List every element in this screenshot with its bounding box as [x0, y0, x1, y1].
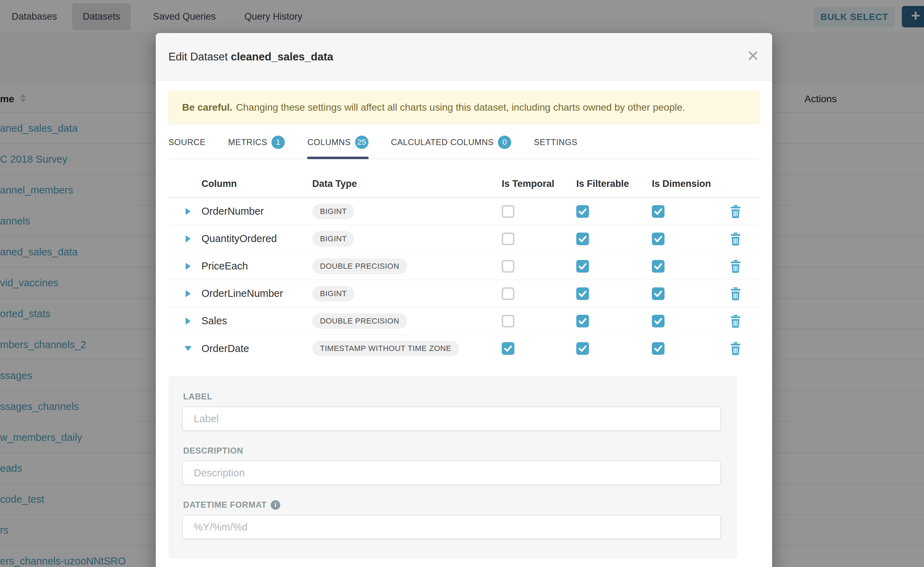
edit-dataset-modal: Edit Dataset cleaned_sales_data × Be car… [156, 33, 772, 567]
checkbox-is-filterable[interactable] [576, 315, 589, 327]
field-label: DATETIME FORMATi [183, 500, 721, 510]
tab-source[interactable]: SOURCE [169, 130, 206, 159]
tab-label: CALCULATED COLUMNS [391, 137, 494, 147]
checkbox-is-dimension[interactable] [652, 342, 665, 355]
checkbox-is-temporal[interactable] [502, 232, 515, 245]
checkbox-is-filterable[interactable] [576, 260, 589, 273]
modal-title-prefix: Edit Dataset [169, 51, 231, 63]
checkbox-is-temporal[interactable] [502, 315, 515, 327]
header-data-type: Data Type [312, 178, 502, 189]
field-label: LABEL [183, 392, 721, 402]
header-is-dimension: Is Dimension [652, 178, 724, 189]
column-name: QuantityOrdered [202, 233, 312, 244]
column-name: OrderDate [202, 343, 312, 354]
app: DatabasesDatasetsSaved QueriesQuery Hist… [0, 0, 924, 567]
table-row: OrderLineNumberBIGINT [169, 280, 760, 308]
data-type-pill: BIGINT [312, 204, 354, 219]
tab-label: SETTINGS [534, 137, 577, 147]
modal-header: Edit Dataset cleaned_sales_data × [156, 33, 772, 81]
table-row: PriceEachDOUBLE PRECISION [169, 253, 760, 280]
checkbox-is-dimension[interactable] [652, 232, 665, 245]
delete-column-button[interactable] [724, 260, 742, 273]
field-label-text: DATETIME FORMAT [183, 500, 266, 510]
field-datetime-format: DATETIME FORMATi [182, 500, 721, 539]
field-label-text: DESCRIPTION [183, 446, 243, 456]
column-name: OrderNumber [202, 206, 312, 217]
table-row: OrderNumberBIGINT [169, 198, 760, 225]
delete-column-button[interactable] [724, 287, 742, 300]
trash-icon [729, 350, 742, 356]
expand-caret-icon[interactable] [186, 318, 191, 325]
collapse-caret-icon[interactable] [185, 346, 192, 351]
header-is-temporal: Is Temporal [502, 178, 576, 189]
trash-icon [729, 213, 742, 219]
modal-body: Be careful. Changing these settings will… [156, 91, 772, 559]
checkbox-is-dimension[interactable] [652, 260, 665, 273]
delete-column-button[interactable] [724, 232, 742, 246]
checkbox-is-dimension[interactable] [652, 205, 665, 218]
info-icon[interactable]: i [271, 500, 280, 510]
checkbox-is-dimension[interactable] [652, 315, 665, 327]
checkbox-is-temporal[interactable] [502, 287, 515, 300]
checkbox-is-filterable[interactable] [576, 205, 589, 218]
trash-icon [729, 268, 742, 274]
label-input[interactable] [182, 406, 721, 431]
tab-count-badge: 25 [355, 136, 369, 149]
table-row: OrderDateTIMESTAMP WITHOUT TIME ZONE [169, 335, 760, 362]
warning-banner: Be careful. Changing these settings will… [169, 91, 760, 124]
tab-label: SOURCE [169, 137, 206, 147]
warning-banner-text: Changing these settings will affect all … [236, 102, 685, 113]
tab-count-badge: 0 [498, 136, 511, 149]
field-label: LABEL [182, 392, 721, 431]
description-input[interactable] [182, 460, 721, 485]
expand-caret-icon[interactable] [186, 236, 191, 242]
tab-settings[interactable]: SETTINGS [534, 130, 577, 159]
delete-column-button[interactable] [724, 205, 742, 218]
field-label-text: LABEL [183, 392, 212, 402]
table-row: SalesDOUBLE PRECISION [169, 308, 760, 335]
field-description: DESCRIPTION [182, 446, 721, 485]
trash-icon [729, 323, 742, 329]
datetime-format-input[interactable] [182, 514, 721, 539]
warning-banner-bold: Be careful. [182, 102, 232, 113]
tab-columns[interactable]: COLUMNS25 [307, 130, 369, 159]
expand-caret-icon[interactable] [186, 263, 191, 270]
tab-label: METRICS [228, 137, 268, 147]
data-type-pill: DOUBLE PRECISION [312, 314, 407, 329]
trash-icon [729, 241, 742, 247]
columns-table-rows: OrderNumberBIGINTQuantityOrderedBIGINTPr… [169, 198, 760, 362]
column-name: PriceEach [202, 260, 312, 272]
checkbox-is-filterable[interactable] [576, 287, 589, 300]
tab-label: COLUMNS [307, 137, 351, 147]
header-column: Column [202, 178, 312, 189]
data-type-pill: TIMESTAMP WITHOUT TIME ZONE [312, 341, 459, 356]
checkbox-is-temporal[interactable] [502, 342, 515, 355]
data-type-pill: DOUBLE PRECISION [312, 258, 407, 274]
field-label: DESCRIPTION [183, 446, 721, 456]
delete-column-button[interactable] [724, 342, 742, 355]
close-icon[interactable]: × [747, 45, 759, 66]
column-name: Sales [202, 315, 312, 327]
checkbox-is-temporal[interactable] [502, 260, 515, 273]
checkbox-is-filterable[interactable] [576, 342, 589, 355]
expand-caret-icon[interactable] [186, 208, 191, 215]
column-name: OrderLineNumber [202, 288, 312, 299]
modal-title-dataset-name: cleaned_sales_data [231, 51, 333, 63]
columns-table: Column Data Type Is Temporal Is Filterab… [169, 170, 760, 362]
columns-table-header: Column Data Type Is Temporal Is Filterab… [169, 170, 760, 198]
checkbox-is-filterable[interactable] [576, 232, 589, 245]
tab-metrics[interactable]: METRICS1 [228, 130, 285, 159]
checkbox-is-temporal[interactable] [502, 205, 515, 218]
data-type-pill: BIGINT [312, 286, 354, 302]
expand-caret-icon[interactable] [186, 290, 191, 297]
delete-column-button[interactable] [724, 314, 742, 328]
column-detail-panel: LABELDESCRIPTIONDATETIME FORMATi [169, 376, 737, 559]
trash-icon [729, 296, 742, 302]
checkbox-is-dimension[interactable] [652, 287, 665, 300]
data-type-pill: BIGINT [312, 231, 354, 247]
modal-title: Edit Dataset cleaned_sales_data [169, 33, 333, 81]
header-is-filterable: Is Filterable [576, 178, 652, 189]
tab-calculated-columns[interactable]: CALCULATED COLUMNS0 [391, 130, 512, 159]
tab-count-badge: 1 [271, 136, 285, 149]
modal-tabs: SOURCEMETRICS1COLUMNS25CALCULATED COLUMN… [169, 130, 760, 159]
